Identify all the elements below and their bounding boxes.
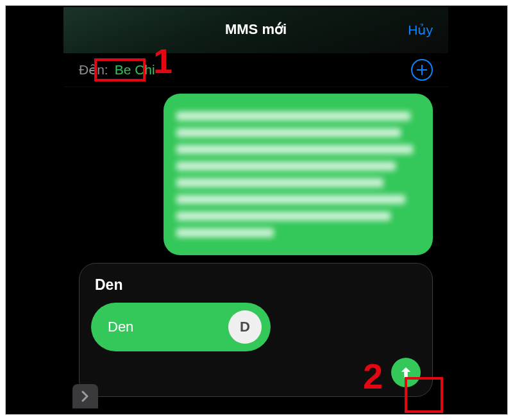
- recipient-row[interactable]: Đến: Be Chi: [63, 53, 448, 87]
- tutorial-frame: MMS mới Hủy Đến: Be Chi: [5, 5, 508, 415]
- cancel-button[interactable]: Hủy: [408, 22, 433, 38]
- contact-card-title: Den: [95, 276, 421, 294]
- blurred-message-content: [176, 112, 420, 237]
- expand-apps-button[interactable]: [72, 384, 98, 408]
- recipient-value[interactable]: Be Chi: [115, 62, 155, 78]
- send-button[interactable]: [391, 358, 421, 387]
- recipient-label: Đến:: [79, 62, 108, 78]
- annotation-number-2: 2: [363, 355, 383, 397]
- message-area: [63, 87, 448, 255]
- contact-avatar: D: [228, 310, 262, 344]
- outgoing-message-bubble: [164, 94, 433, 255]
- chevron-right-icon: [81, 391, 90, 402]
- annotation-number-1: 1: [153, 41, 172, 81]
- phone-screen: MMS mới Hủy Đến: Be Chi: [63, 7, 448, 414]
- contact-chip-name: Den: [108, 319, 218, 335]
- add-contact-button[interactable]: [411, 59, 433, 81]
- header-title: MMS mới: [225, 21, 287, 38]
- attachment-area: Den Den D: [63, 255, 448, 408]
- compose-header: MMS mới Hủy: [63, 7, 448, 53]
- contact-chip[interactable]: Den D: [91, 303, 271, 351]
- arrow-up-icon: [399, 365, 413, 380]
